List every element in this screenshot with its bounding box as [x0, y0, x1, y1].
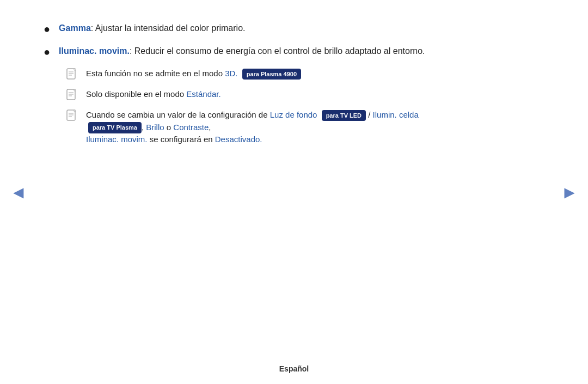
list-item: ● Iluminac. movim.: Reducir el consumo d…: [44, 45, 468, 60]
gamma-term: Gamma: [59, 23, 91, 33]
notes-block: Esta función no se admite en el modo 3D.…: [65, 68, 468, 146]
nav-arrow-right[interactable]: ►: [561, 182, 578, 202]
badge-tv-plasma: para TV Plasma: [88, 122, 142, 133]
note-2-text: Solo disponible en el modo Estándar.: [86, 88, 468, 101]
footer-language: Español: [279, 364, 309, 373]
nav-arrow-left[interactable]: ◄: [10, 182, 27, 202]
note-3-link-luzfondo: Luz de fondo: [270, 110, 317, 119]
note-1-link-3d: 3D.: [225, 69, 237, 78]
svg-rect-6: [74, 89, 76, 91]
note-3-link-brillo: Brillo: [146, 123, 164, 132]
note-3-link-desactivado: Desactivado.: [215, 135, 262, 144]
iluminac-term: Iluminac. movim.: [59, 46, 130, 56]
bullet-text: Iluminac. movim.: Reducir el consumo de …: [59, 45, 468, 58]
bullet-dot: ●: [44, 44, 50, 60]
note-icon: [65, 109, 81, 124]
gamma-desc: : Ajustar la intensidad del color primar…: [91, 23, 246, 33]
note-3-link-contraste: Contraste: [173, 123, 209, 132]
note-item-1: Esta función no se admite en el modo 3D.…: [65, 68, 468, 83]
note-3-link-iluminacmovim: Iluminac. movim.: [86, 135, 148, 144]
iluminac-desc: : Reducir el consumo de energía con el c…: [130, 46, 425, 56]
bullet-dot: ●: [44, 21, 50, 37]
badge-tv-led: para TV LED: [322, 110, 366, 121]
bullet-text: Gamma: Ajustar la intensidad del color p…: [59, 22, 468, 35]
svg-rect-11: [74, 110, 76, 112]
note-3-link-ilumincelda: Ilumin. celda: [373, 110, 419, 119]
bullet-list: ● Gamma: Ajustar la intensidad del color…: [44, 22, 468, 60]
list-item: ● Gamma: Ajustar la intensidad del color…: [44, 22, 468, 37]
note-icon: [65, 68, 81, 83]
note-item-2: Solo disponible en el modo Estándar.: [65, 88, 468, 103]
note-1-text: Esta función no se admite en el modo 3D.…: [86, 68, 468, 80]
note-2-link-estandar: Estándar.: [186, 89, 220, 99]
note-item-3: Cuando se cambia un valor de la configur…: [65, 109, 468, 146]
main-content: ● Gamma: Ajustar la intensidad del color…: [0, 0, 523, 173]
svg-rect-1: [74, 69, 76, 70]
note-icon: [65, 88, 81, 103]
note-3-text: Cuando se cambia un valor de la configur…: [86, 109, 468, 146]
badge-plasma-4900: para Plasma 4900: [242, 69, 301, 80]
